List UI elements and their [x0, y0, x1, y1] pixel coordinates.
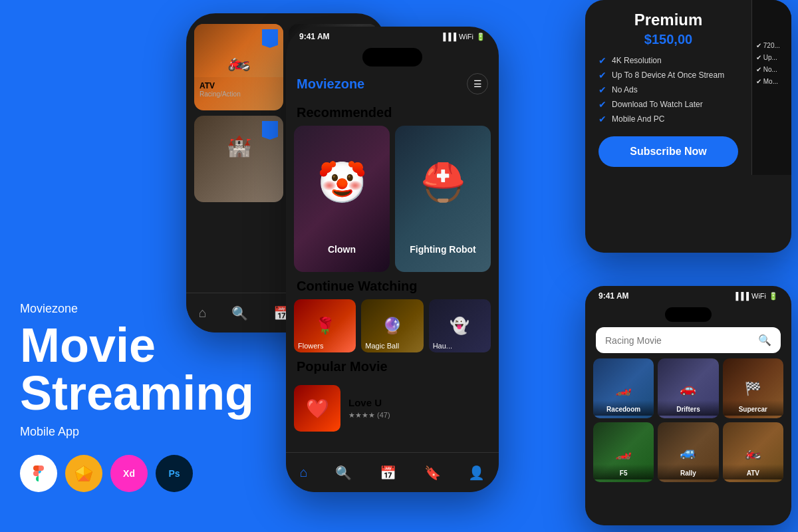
movie-card-castle: 🏰 — [194, 116, 283, 202]
recommended-title: Recommended — [286, 98, 499, 126]
search-card-f5[interactable]: 🏎️ F5 — [593, 422, 654, 482]
popular-title-text: Love U — [348, 397, 390, 408]
center-nav-calendar[interactable]: 📅 — [380, 465, 396, 481]
magic-label: Magic Ball — [365, 342, 399, 350]
check-icon-5: ✔ — [598, 114, 606, 124]
plan-name: Premium — [598, 11, 738, 29]
feature-1: ✔ 4K Resolution — [598, 55, 738, 66]
search-bar[interactable]: 🔍 — [596, 327, 781, 353]
watch-card-flowers[interactable]: 🌹 Flowers — [294, 299, 356, 352]
nav-search[interactable]: 🔍 — [231, 305, 248, 321]
atv-title: ATV — [200, 81, 278, 90]
nav-home[interactable]: ⌂ — [199, 305, 207, 321]
f5-label: F5 — [593, 464, 654, 479]
feature-4: ✔ Download To Watch Later — [598, 99, 738, 110]
search-wifi-icon: WiFi — [751, 292, 766, 300]
figma-icon — [20, 455, 57, 492]
watching-title: Continue Watching — [286, 272, 499, 299]
flowers-label: Flowers — [298, 342, 324, 350]
search-card-atv[interactable]: 🏍️ ATV — [723, 422, 783, 482]
feature-3: ✔ No Ads — [598, 84, 738, 95]
ps-icon: Ps — [156, 455, 193, 492]
rally-label: Rally — [658, 464, 718, 479]
feature-2: ✔ Up To 8 Device At Once Stream — [598, 70, 738, 80]
partial-feature-1: ✔ 720... — [756, 40, 787, 52]
popular-thumb: ❤️ — [294, 385, 340, 432]
phone-right-bottom: 9:41 AM ▐▐▐ WiFi 🔋 🔍 🏎️ Racedoom 🚗 Drift… — [585, 286, 791, 525]
app-title: Movie Streaming — [20, 321, 254, 417]
search-status-icons: ▐▐▐ WiFi 🔋 — [733, 292, 778, 301]
center-phone-header: Moviezone ☰ — [286, 69, 499, 98]
center-nav-search[interactable]: 🔍 — [335, 465, 352, 481]
search-card-racedoom[interactable]: 🏎️ Racedoom — [593, 358, 654, 418]
status-bar-search: 9:41 AM ▐▐▐ WiFi 🔋 — [585, 286, 791, 303]
plan-price: $150,00 — [598, 32, 738, 47]
popular-title: Popular Movie — [286, 352, 499, 380]
xd-icon: Xd — [110, 455, 148, 492]
signal-icon: ▐▐▐ — [441, 33, 456, 41]
phone-center: 9:41 AM ▐▐▐ WiFi 🔋 Moviezone ☰ Recommend… — [286, 27, 499, 492]
popular-meta: ★★★★ (47) — [348, 411, 390, 420]
check-icon-4: ✔ — [598, 99, 606, 110]
center-nav-home[interactable]: ⌂ — [300, 465, 308, 480]
recommended-row: 🤡 Clown ⛑️ Fighting Robot — [286, 126, 499, 272]
search-icon[interactable]: 🔍 — [758, 334, 771, 346]
app-logo: Moviezone — [297, 76, 364, 92]
partial-feature-2: ✔ Up... — [756, 52, 787, 64]
wifi-icon: WiFi — [459, 33, 473, 41]
battery-icon: 🔋 — [476, 33, 485, 41]
bookmark-icon-atv — [262, 29, 278, 48]
center-phone-bottom-nav: ⌂ 🔍 📅 🔖 👤 — [286, 452, 499, 492]
movie-card-atv: 🏍️ ATV Racing/Action — [194, 24, 283, 110]
subscribe-button[interactable]: Subscribe Now — [598, 136, 738, 167]
status-icons: ▐▐▐ WiFi 🔋 — [441, 33, 485, 41]
search-status-time: 9:41 AM — [598, 291, 629, 301]
watch-card-haunt[interactable]: 👻 Hau... — [429, 299, 491, 352]
drifters-label: Drifters — [658, 400, 718, 416]
haunt-label: Hau... — [433, 342, 452, 350]
atv-search-label: ATV — [723, 464, 783, 479]
bookmark-icon-castle — [262, 121, 278, 140]
clown-label: Clown — [294, 239, 390, 260]
partial-feature-3: ✔ No... — [756, 64, 787, 76]
check-icon-2: ✔ — [598, 70, 606, 80]
partial-plan-card: ✔ 720... ✔ Up... ✔ No... ✔ Mo... — [751, 0, 791, 175]
watching-row: 🌹 Flowers 🔮 Magic Ball 👻 Hau... — [286, 299, 499, 352]
app-subtitle: Mobile App — [20, 425, 254, 439]
dynamic-island — [362, 48, 422, 66]
status-bar-center: 9:41 AM ▐▐▐ WiFi 🔋 — [286, 27, 499, 44]
popular-item: ❤️ Love U ★★★★ (47) — [286, 385, 499, 432]
sketch-icon — [65, 455, 102, 492]
supercar-label: Supercar — [723, 400, 783, 416]
tool-icons-row: Xd Ps — [20, 455, 254, 492]
phone-right-top: Premium $150,00 ✔ 4K Resolution ✔ Up To … — [585, 0, 791, 253]
watch-card-magic[interactable]: 🔮 Magic Ball — [361, 299, 423, 352]
search-card-drifters[interactable]: 🚗 Drifters — [658, 358, 718, 418]
rec-card-robot[interactable]: ⛑️ Fighting Robot — [395, 126, 491, 272]
sub-header: Premium $150,00 — [585, 0, 751, 55]
popular-info: Love U ★★★★ (47) — [348, 397, 390, 420]
search-card-supercar[interactable]: 🏁 Supercar — [723, 358, 783, 418]
feature-5: ✔ Mobile And PC — [598, 114, 738, 124]
check-icon-3: ✔ — [598, 84, 606, 95]
search-dynamic-island — [665, 307, 712, 322]
partial-feature-4: ✔ Mo... — [756, 76, 787, 88]
features-list: ✔ 4K Resolution ✔ Up To 8 Device At Once… — [585, 55, 751, 124]
search-card-rally[interactable]: 🚙 Rally — [658, 422, 718, 482]
search-signal-icon: ▐▐▐ — [733, 292, 749, 300]
check-icon-1: ✔ — [598, 55, 606, 66]
search-results-grid: 🏎️ Racedoom 🚗 Drifters 🏁 Supercar 🏎️ F5 … — [585, 358, 791, 482]
hamburger-menu[interactable]: ☰ — [467, 73, 488, 94]
center-nav-profile[interactable]: 👤 — [468, 465, 485, 481]
search-battery-icon: 🔋 — [769, 292, 778, 301]
atv-genre: Racing/Action — [200, 90, 278, 98]
racedoom-label: Racedoom — [593, 400, 654, 416]
center-nav-bookmark[interactable]: 🔖 — [424, 465, 441, 481]
status-time: 9:41 AM — [299, 32, 330, 41]
rec-card-clown[interactable]: 🤡 Clown — [294, 126, 390, 272]
robot-label: Fighting Robot — [395, 239, 491, 260]
search-input[interactable] — [605, 335, 753, 346]
